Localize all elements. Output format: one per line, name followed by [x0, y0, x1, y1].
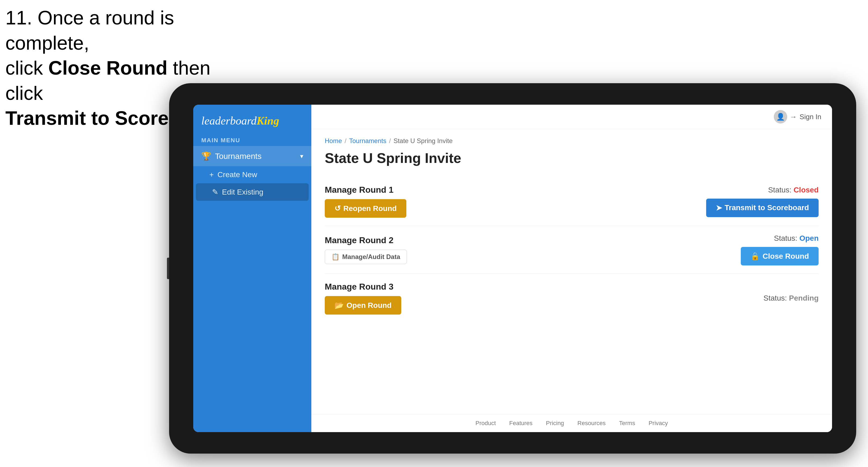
close-round-button[interactable]: 🔒 Close Round — [741, 247, 818, 266]
sidebar-item-tournaments[interactable]: 🏆 Tournaments ▾ — [193, 146, 311, 166]
main-content: 👤 → Sign In Home / Tournaments / State U… — [311, 105, 832, 432]
transmit-icon: ➤ — [716, 204, 722, 212]
open-icon: 📂 — [334, 301, 344, 310]
footer-link-terms[interactable]: Terms — [619, 420, 635, 427]
breadcrumb-tournaments[interactable]: Tournaments — [349, 137, 386, 145]
logo: leaderboardKing — [201, 114, 303, 127]
round-1-status-value: Closed — [794, 186, 818, 194]
sidebar-sub-create-new[interactable]: + Create New — [193, 166, 311, 183]
tablet-power-button — [167, 258, 169, 279]
round-3-right: Status: Pending — [764, 294, 818, 303]
round-3-status-value: Pending — [789, 294, 818, 302]
reopen-icon: ↺ — [334, 204, 341, 213]
chevron-down-icon: ▾ — [300, 152, 303, 160]
breadcrumb-home[interactable]: Home — [325, 137, 342, 145]
round-2-title: Manage Round 2 — [325, 236, 407, 245]
plus-icon: + — [209, 170, 214, 179]
round-3-title: Manage Round 3 — [325, 282, 401, 292]
sign-in-button[interactable]: 👤 → Sign In — [774, 110, 821, 123]
tablet-device: leaderboardKing MAIN MENU 🏆 Tournaments … — [169, 83, 856, 454]
round-3-left: Manage Round 3 📂 Open Round — [325, 282, 401, 315]
signin-arrow-icon: → — [790, 113, 797, 121]
edit-icon: ✎ — [212, 188, 218, 196]
app-layout: leaderboardKing MAIN MENU 🏆 Tournaments … — [193, 105, 832, 432]
round-2-section: Manage Round 2 📋 Manage/Audit Data Statu… — [325, 226, 818, 274]
footer-link-product[interactable]: Product — [475, 420, 496, 427]
round-2-status: Status: Open — [774, 234, 818, 243]
sidebar: leaderboardKing MAIN MENU 🏆 Tournaments … — [193, 105, 311, 432]
content-area: Home / Tournaments / State U Spring Invi… — [311, 129, 832, 414]
round-3-status: Status: Pending — [764, 294, 818, 303]
manage-audit-data-button[interactable]: 📋 Manage/Audit Data — [325, 250, 407, 264]
footer-link-pricing[interactable]: Pricing — [546, 420, 564, 427]
round-1-left: Manage Round 1 ↺ Reopen Round — [325, 185, 406, 218]
breadcrumb-current: State U Spring Invite — [394, 137, 453, 145]
reopen-round-button[interactable]: ↺ Reopen Round — [325, 199, 406, 218]
footer: Product Features Pricing Resources Terms… — [311, 414, 832, 432]
round-1-right: Status: Closed ➤ Transmit to Scoreboard — [706, 186, 818, 217]
round-2-left: Manage Round 2 📋 Manage/Audit Data — [325, 236, 407, 264]
round-1-status: Status: Closed — [768, 186, 818, 194]
audit-icon: 📋 — [332, 253, 340, 260]
sidebar-logo: leaderboardKing — [193, 105, 311, 132]
round-2-status-value: Open — [799, 234, 818, 242]
footer-link-features[interactable]: Features — [509, 420, 532, 427]
round-1-section: Manage Round 1 ↺ Reopen Round Status: Cl… — [325, 177, 818, 226]
menu-label: MAIN MENU — [193, 132, 311, 146]
round-2-right: Status: Open 🔒 Close Round — [741, 234, 818, 266]
round-1-title: Manage Round 1 — [325, 185, 406, 195]
footer-link-privacy[interactable]: Privacy — [648, 420, 668, 427]
top-bar: 👤 → Sign In — [311, 105, 832, 129]
user-avatar-icon: 👤 — [774, 110, 787, 123]
trophy-icon: 🏆 — [201, 151, 211, 161]
breadcrumb-separator-1: / — [345, 137, 346, 145]
page-title: State U Spring Invite — [325, 150, 818, 166]
breadcrumb-separator-2: / — [389, 137, 391, 145]
round-3-section: Manage Round 3 📂 Open Round Status: Pend… — [325, 274, 818, 322]
breadcrumb: Home / Tournaments / State U Spring Invi… — [325, 137, 818, 145]
open-round-button[interactable]: 📂 Open Round — [325, 296, 401, 315]
transmit-to-scoreboard-button[interactable]: ➤ Transmit to Scoreboard — [706, 198, 818, 217]
footer-link-resources[interactable]: Resources — [577, 420, 606, 427]
close-icon: 🔒 — [750, 252, 760, 260]
tablet-screen: leaderboardKing MAIN MENU 🏆 Tournaments … — [193, 105, 832, 432]
sidebar-sub-edit-existing[interactable]: ✎ Edit Existing — [196, 183, 309, 201]
